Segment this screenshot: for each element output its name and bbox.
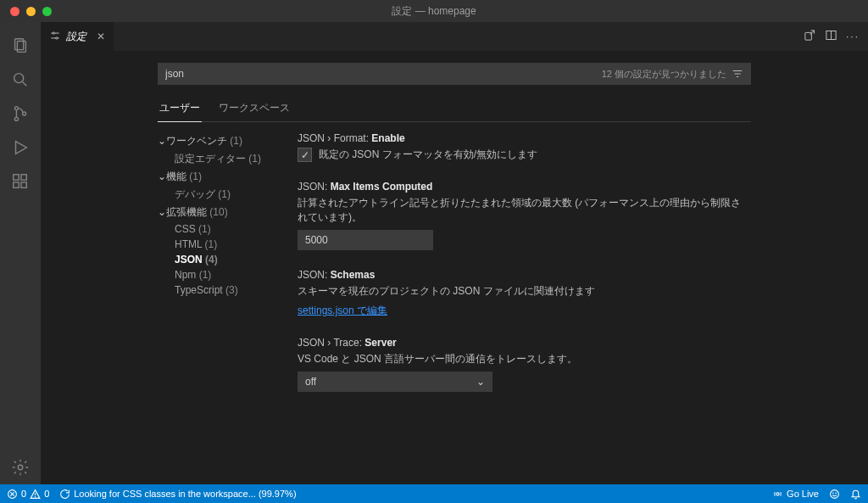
setting-name: Schemas [331,269,376,281]
scope-tab-user[interactable]: ユーザー [158,97,202,122]
svg-point-28 [776,492,779,495]
svg-marker-7 [16,142,27,154]
setting-json-max-items: JSON: Max Items Computed 計算されたアウトライン記号と折… [298,181,751,250]
toc-extensions[interactable]: ⌄拡張機能 (10) [158,204,281,221]
status-problems[interactable]: 0 0 [7,489,49,500]
toc-css[interactable]: CSS (1) [158,221,281,237]
svg-point-29 [831,489,839,498]
svg-point-2 [14,74,24,83]
setting-json-format-enable: JSON › Format: Enable ✓ 既定の JSON フォーマッタを… [298,132,751,162]
split-editor-icon[interactable] [825,29,837,44]
setting-category: JSON › Format: [298,132,371,144]
svg-point-31 [836,493,837,494]
setting-category: JSON: [298,181,331,193]
toc-npm[interactable]: Npm (1) [158,267,281,282]
close-window-button[interactable] [10,7,19,16]
svg-rect-10 [21,182,26,187]
status-scan-progress[interactable]: Looking for CSS classes in the workspace… [59,489,296,500]
svg-point-16 [56,36,58,38]
toc-debug[interactable]: デバッグ (1) [158,186,281,204]
setting-category: JSON › Trace: [298,337,364,349]
select-json-trace-server[interactable]: off ⌄ [298,372,492,392]
input-json-max-items[interactable] [298,230,433,250]
status-bar: 0 0 Looking for CSS classes in the works… [0,484,868,503]
edit-in-settings-json-link[interactable]: settings.json で編集 [298,305,387,316]
toc-settings-editor[interactable]: 設定エディター (1) [158,150,281,168]
svg-point-12 [18,465,23,470]
setting-description: VS Code と JSON 言語サーバー間の通信をトレースします。 [298,352,751,366]
status-feedback-icon[interactable] [829,489,840,500]
toc-workbench[interactable]: ⌄ワークベンチ (1) [158,132,281,150]
toc-features[interactable]: ⌄機能 (1) [158,168,281,186]
setting-description: 計算されたアウトライン記号と折りたたまれた領域の最大数 (パフォーマンス上の理由… [298,196,751,225]
extensions-icon[interactable] [0,165,41,198]
svg-rect-9 [14,182,19,187]
status-go-live[interactable]: Go Live [772,489,819,500]
setting-description: スキーマを現在のプロジェクトの JSON ファイルに関連付けます [298,284,751,299]
editor-area: 設定 ✕ ··· 12 個の設定が見つかりました [41,22,868,484]
settings-gear-icon[interactable] [0,450,41,484]
window-title: 設定 — homepage [0,4,868,19]
editor-tabs: 設定 ✕ ··· [41,22,868,51]
toc-html[interactable]: HTML (1) [158,237,281,252]
minimize-window-button[interactable] [26,7,36,16]
checkbox-json-format-enable[interactable]: ✓ [298,148,312,162]
settings-tab[interactable]: 設定 ✕ [41,22,114,51]
svg-rect-1 [17,42,25,53]
svg-rect-8 [14,175,19,180]
chevron-down-icon: ⌄ [476,376,485,388]
toc-typescript[interactable]: TypeScript (3) [158,282,281,298]
maximize-window-button[interactable] [42,7,52,16]
settings-result-count: 12 個の設定が見つかりました [602,68,732,81]
setting-name: Max Items Computed [331,181,433,193]
explorer-icon[interactable] [0,29,41,63]
more-actions-icon[interactable]: ··· [846,31,860,42]
setting-name: Server [364,337,396,349]
status-bell-icon[interactable] [850,489,861,500]
filter-icon[interactable] [732,68,750,80]
svg-point-30 [833,493,834,494]
settings-search-input[interactable] [159,64,602,84]
slider-icon [49,30,61,44]
setting-description: 既定の JSON フォーマッタを有効/無効にします [319,148,537,162]
setting-category: JSON: [298,269,331,281]
titlebar: 設定 — homepage [0,0,868,22]
svg-point-5 [14,117,18,120]
svg-point-27 [35,496,36,497]
settings-search[interactable]: 12 個の設定が見つかりました [158,63,751,85]
source-control-icon[interactable] [0,97,41,131]
toc-json[interactable]: JSON (4) [158,252,281,267]
run-debug-icon[interactable] [0,131,41,165]
svg-point-15 [53,31,54,33]
svg-point-6 [23,112,26,115]
scope-tab-workspace[interactable]: ワークスペース [217,97,292,122]
setting-json-trace-server: JSON › Trace: Server VS Code と JSON 言語サー… [298,337,751,392]
svg-rect-11 [21,175,26,180]
svg-line-3 [23,82,27,87]
tab-label: 設定 [66,30,86,44]
settings-scope-tabs: ユーザー ワークスペース [158,97,751,122]
editor-actions: ··· [804,22,868,51]
select-value: off [305,376,316,388]
settings-toc: ⌄ワークベンチ (1) 設定エディター (1) ⌄機能 (1) デバッグ (1)… [158,132,281,411]
settings-content: JSON › Format: Enable ✓ 既定の JSON フォーマッタを… [298,132,751,411]
activity-bar [0,22,41,484]
svg-rect-0 [15,39,24,50]
open-settings-json-icon[interactable] [804,29,816,44]
setting-name: Enable [371,132,404,144]
setting-json-schemas: JSON: Schemas スキーマを現在のプロジェクトの JSON ファイルに… [298,269,751,318]
svg-point-4 [14,107,18,110]
search-icon[interactable] [0,63,41,97]
close-tab-icon[interactable]: ✕ [97,31,105,42]
window-controls [0,7,52,16]
